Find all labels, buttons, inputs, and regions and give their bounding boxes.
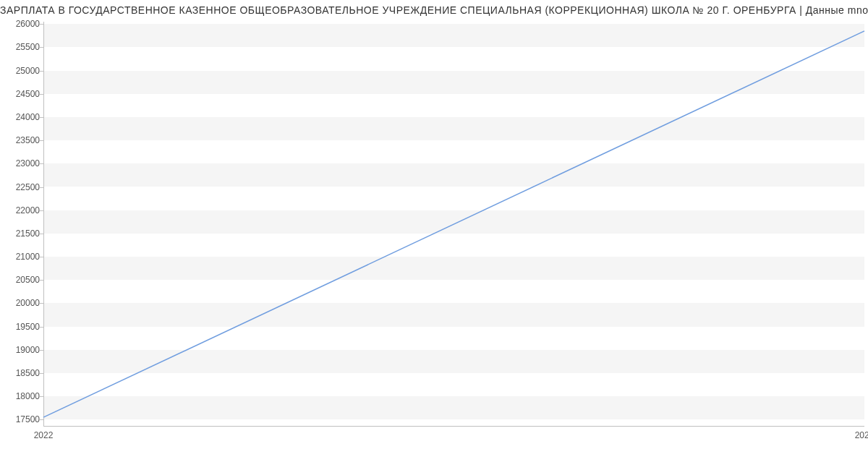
- y-tick-label: 20000: [4, 298, 40, 308]
- y-tick-mark: [40, 396, 43, 397]
- y-tick-label: 25500: [4, 42, 40, 52]
- x-tick-label: 2022: [34, 430, 54, 440]
- x-tick-label: 2025: [855, 430, 868, 440]
- y-tick-mark: [40, 94, 43, 95]
- y-tick-mark: [40, 117, 43, 118]
- y-tick-label: 22500: [4, 182, 40, 192]
- y-tick-label: 24500: [4, 89, 40, 99]
- y-tick-mark: [40, 234, 43, 234]
- y-tick-label: 25000: [4, 66, 40, 76]
- y-tick-mark: [40, 140, 43, 141]
- y-tick-mark: [40, 47, 43, 48]
- chart-title: ЗАРПЛАТА В ГОСУДАРСТВЕННОЕ КАЗЕННОЕ ОБЩЕ…: [0, 4, 868, 16]
- plot-area: [43, 22, 864, 427]
- y-tick-label: 22000: [4, 205, 40, 215]
- y-tick-mark: [40, 350, 43, 351]
- y-tick-label: 18000: [4, 391, 40, 401]
- y-tick-mark: [40, 163, 43, 164]
- y-tick-mark: [40, 187, 43, 188]
- y-tick-label: 19000: [4, 345, 40, 355]
- y-tick-mark: [40, 280, 43, 281]
- y-tick-label: 26000: [4, 19, 40, 29]
- y-tick-mark: [40, 210, 43, 211]
- y-tick-label: 21000: [4, 252, 40, 262]
- y-tick-label: 20500: [4, 275, 40, 285]
- y-tick-mark: [40, 24, 43, 25]
- y-tick-mark: [40, 327, 43, 328]
- y-tick-label: 21500: [4, 228, 40, 239]
- y-tick-label: 19500: [4, 322, 40, 332]
- y-tick-mark: [40, 303, 43, 304]
- line-series: [43, 22, 864, 427]
- y-tick-mark: [40, 71, 43, 72]
- y-tick-label: 24000: [4, 112, 40, 122]
- y-tick-label: 18500: [4, 368, 40, 378]
- y-tick-mark: [40, 373, 43, 374]
- chart-container: ЗАРПЛАТА В ГОСУДАРСТВЕННОЕ КАЗЕННОЕ ОБЩЕ…: [0, 0, 868, 470]
- y-tick-label: 23000: [4, 158, 40, 168]
- y-tick-label: 23500: [4, 135, 40, 145]
- y-tick-mark: [40, 419, 43, 420]
- y-tick-label: 17500: [4, 414, 40, 424]
- y-tick-mark: [40, 257, 43, 257]
- series-line: [43, 31, 864, 417]
